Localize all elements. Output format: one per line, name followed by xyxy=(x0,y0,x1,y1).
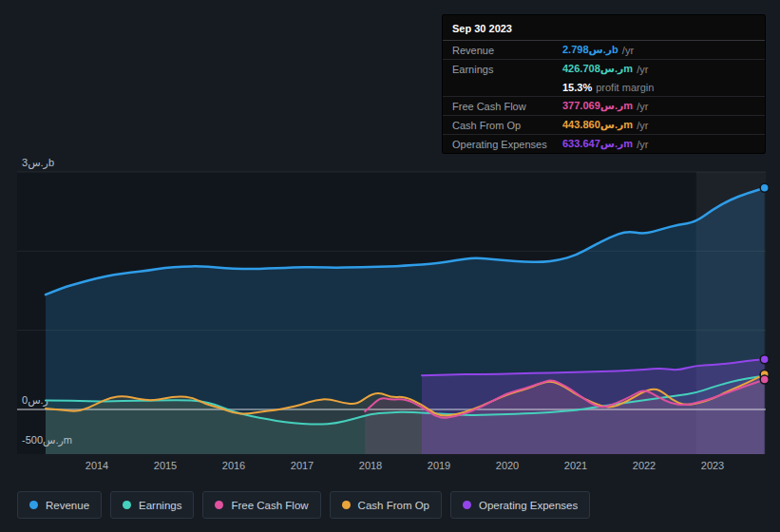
tooltip-row-suffix: /yr xyxy=(637,64,648,75)
tooltip-row-value: 426.708ر.سm xyxy=(562,63,633,75)
y-axis-label: -500ر.سm xyxy=(22,434,72,446)
y-axis-label: 0ر.س xyxy=(22,394,48,407)
legend-item-label: Cash From Op xyxy=(358,500,429,511)
tooltip-row-label: Earnings xyxy=(452,64,562,75)
tooltip-row: Revenue2.798ر.سb/yr xyxy=(443,41,765,60)
x-axis-label: 2021 xyxy=(564,460,587,471)
tooltip-rows: Revenue2.798ر.سb/yrEarnings426.708ر.سm/y… xyxy=(443,41,765,153)
legend-item-label: Earnings xyxy=(139,500,181,511)
legend-item-label: Operating Expenses xyxy=(479,500,578,511)
operating_expenses-end-dot xyxy=(760,355,769,364)
operating_expenses-legend-dot xyxy=(463,501,471,509)
tooltip-row-suffix: profit margin xyxy=(596,82,654,93)
tooltip-row-label: Free Cash Flow xyxy=(452,101,562,112)
legend-item-free_cash_flow[interactable]: Free Cash Flow xyxy=(202,491,320,519)
legend-item-label: Free Cash Flow xyxy=(231,500,308,511)
tooltip-row-value: 443.860ر.سm xyxy=(562,119,633,131)
tooltip-row-suffix: /yr xyxy=(637,101,648,112)
legend-item-earnings[interactable]: Earnings xyxy=(110,491,194,519)
legend-item-label: Revenue xyxy=(46,500,89,511)
tooltip-row-value: 633.647ر.سm xyxy=(562,138,633,150)
tooltip-row-label: Operating Expenses xyxy=(452,139,562,150)
tooltip-row-suffix: /yr xyxy=(622,45,634,56)
data-tooltip: Sep 30 2023 Revenue2.798ر.سb/yrEarnings4… xyxy=(443,15,765,153)
x-axis-label: 2018 xyxy=(359,460,382,471)
revenue-legend-dot xyxy=(29,501,38,509)
x-axis-label: 2019 xyxy=(428,460,450,471)
x-axis-label: 2020 xyxy=(496,460,519,471)
tooltip-row-label: Revenue xyxy=(452,45,562,56)
tooltip-row: Earnings426.708ر.سm/yr xyxy=(443,60,765,78)
free_cash_flow-end-dot xyxy=(760,375,769,384)
legend-item-revenue[interactable]: Revenue xyxy=(17,491,102,519)
tooltip-row-label: Cash From Op xyxy=(452,120,562,131)
x-axis-label: 2022 xyxy=(633,460,656,471)
tooltip-row: Cash From Op443.860ر.سm/yr xyxy=(443,116,765,135)
tooltip-row-suffix: /yr xyxy=(637,139,648,150)
tooltip-row: 15.3%profit margin xyxy=(443,78,765,97)
tooltip-row-suffix: /yr xyxy=(637,120,648,131)
x-axis-label: 2014 xyxy=(86,460,108,471)
tooltip-row-value: 15.3% xyxy=(562,82,592,93)
x-axis-label: 2017 xyxy=(291,460,314,471)
legend-item-operating_expenses[interactable]: Operating Expenses xyxy=(450,491,590,519)
earnings-legend-dot xyxy=(123,501,131,509)
chart-legend: RevenueEarningsFree Cash FlowCash From O… xyxy=(17,491,590,519)
financials-chart-panel: 3ر.سb0ر.س-500ر.سm20142015201620172018201… xyxy=(0,0,780,532)
tooltip-row: Free Cash Flow377.069ر.سm/yr xyxy=(443,97,765,116)
free_cash_flow-legend-dot xyxy=(215,501,223,509)
tooltip-date: Sep 30 2023 xyxy=(443,15,765,41)
revenue-end-dot xyxy=(760,183,769,192)
y-axis-label: 3ر.سb xyxy=(22,157,54,169)
x-axis-label: 2023 xyxy=(701,460,724,471)
x-axis-label: 2015 xyxy=(154,460,177,471)
tooltip-row-value: 2.798ر.سb xyxy=(562,44,618,56)
x-axis-label: 2016 xyxy=(222,460,245,471)
tooltip-row: Operating Expenses633.647ر.سm/yr xyxy=(443,135,765,153)
legend-item-cash_from_op[interactable]: Cash From Op xyxy=(330,491,442,519)
cash_from_op-legend-dot xyxy=(342,501,351,509)
tooltip-row-value: 377.069ر.سm xyxy=(562,100,633,112)
